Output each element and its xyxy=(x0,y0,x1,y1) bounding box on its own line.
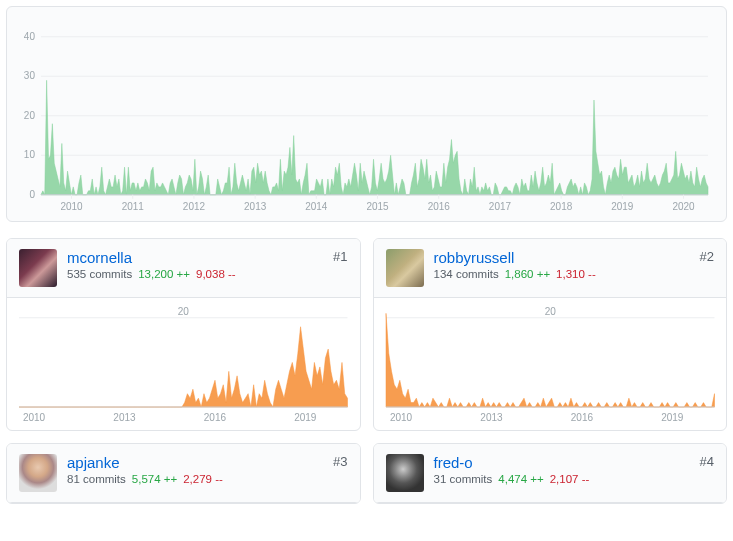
contributor-header: mcornella535 commits13,200 ++9,038 --#1 xyxy=(7,239,360,298)
svg-text:10: 10 xyxy=(24,149,35,160)
additions: 4,474 ++ xyxy=(498,473,543,485)
svg-text:2015: 2015 xyxy=(366,201,389,212)
commit-count: 81 commits xyxy=(67,473,126,485)
contributor-card: robbyrussell134 commits1,860 ++1,310 --#… xyxy=(373,238,728,431)
contributor-card: fred-o31 commits4,474 ++2,107 --#4 xyxy=(373,443,728,504)
contributor-sparkline: 202010201320162019 xyxy=(374,298,727,430)
contributor-info: apjanke81 commits5,574 ++2,279 -- xyxy=(67,454,348,485)
additions: 1,860 ++ xyxy=(505,268,550,280)
contributor-card: apjanke81 commits5,574 ++2,279 --#3 xyxy=(6,443,361,504)
commit-count: 134 commits xyxy=(434,268,499,280)
svg-text:0: 0 xyxy=(29,189,35,200)
svg-text:2010: 2010 xyxy=(23,412,46,423)
commit-count: 535 commits xyxy=(67,268,132,280)
svg-text:2019: 2019 xyxy=(611,201,634,212)
contributor-stats: 134 commits1,860 ++1,310 -- xyxy=(434,268,715,280)
additions: 13,200 ++ xyxy=(138,268,190,280)
svg-text:20: 20 xyxy=(544,306,556,317)
contributor-name-link[interactable]: robbyrussell xyxy=(434,249,515,266)
commit-count: 31 commits xyxy=(434,473,493,485)
svg-text:2020: 2020 xyxy=(672,201,695,212)
contributor-stats: 535 commits13,200 ++9,038 -- xyxy=(67,268,348,280)
svg-text:2017: 2017 xyxy=(489,201,512,212)
contributor-stats: 81 commits5,574 ++2,279 -- xyxy=(67,473,348,485)
svg-text:20: 20 xyxy=(178,306,190,317)
svg-text:30: 30 xyxy=(24,70,35,81)
rank: #1 xyxy=(333,249,347,264)
svg-text:2012: 2012 xyxy=(183,201,206,212)
rank: #2 xyxy=(700,249,714,264)
svg-text:2010: 2010 xyxy=(389,412,412,423)
contributor-header: apjanke81 commits5,574 ++2,279 --#3 xyxy=(7,444,360,503)
svg-text:40: 40 xyxy=(24,31,35,42)
contributor-sparkline: 202010201320162019 xyxy=(7,298,360,430)
overall-commits-chart: 0102030402010201120122013201420152016201… xyxy=(6,6,727,222)
contributor-header: robbyrussell134 commits1,860 ++1,310 --#… xyxy=(374,239,727,298)
svg-text:2019: 2019 xyxy=(661,412,684,423)
contributors-grid: mcornella535 commits13,200 ++9,038 --#12… xyxy=(6,238,727,504)
contributor-info: mcornella535 commits13,200 ++9,038 -- xyxy=(67,249,348,280)
svg-text:2013: 2013 xyxy=(113,412,136,423)
svg-text:20: 20 xyxy=(24,110,35,121)
rank: #3 xyxy=(333,454,347,469)
svg-text:2018: 2018 xyxy=(550,201,573,212)
deletions: 2,279 -- xyxy=(183,473,223,485)
svg-text:2013: 2013 xyxy=(244,201,267,212)
svg-text:2016: 2016 xyxy=(428,201,451,212)
contributor-info: fred-o31 commits4,474 ++2,107 -- xyxy=(434,454,715,485)
deletions: 1,310 -- xyxy=(556,268,596,280)
contributor-name-link[interactable]: fred-o xyxy=(434,454,473,471)
svg-text:2014: 2014 xyxy=(305,201,328,212)
svg-text:2019: 2019 xyxy=(294,412,317,423)
svg-text:2016: 2016 xyxy=(570,412,593,423)
additions: 5,574 ++ xyxy=(132,473,177,485)
contributor-info: robbyrussell134 commits1,860 ++1,310 -- xyxy=(434,249,715,280)
contributor-name-link[interactable]: mcornella xyxy=(67,249,132,266)
avatar[interactable] xyxy=(19,454,57,492)
avatar[interactable] xyxy=(386,454,424,492)
svg-text:2013: 2013 xyxy=(480,412,503,423)
contributor-name-link[interactable]: apjanke xyxy=(67,454,120,471)
avatar[interactable] xyxy=(386,249,424,287)
contributor-header: fred-o31 commits4,474 ++2,107 --#4 xyxy=(374,444,727,503)
svg-text:2010: 2010 xyxy=(60,201,83,212)
deletions: 2,107 -- xyxy=(550,473,590,485)
rank: #4 xyxy=(700,454,714,469)
deletions: 9,038 -- xyxy=(196,268,236,280)
svg-text:2011: 2011 xyxy=(122,201,145,212)
contributor-stats: 31 commits4,474 ++2,107 -- xyxy=(434,473,715,485)
avatar[interactable] xyxy=(19,249,57,287)
svg-text:2016: 2016 xyxy=(204,412,227,423)
contributor-card: mcornella535 commits13,200 ++9,038 --#12… xyxy=(6,238,361,431)
